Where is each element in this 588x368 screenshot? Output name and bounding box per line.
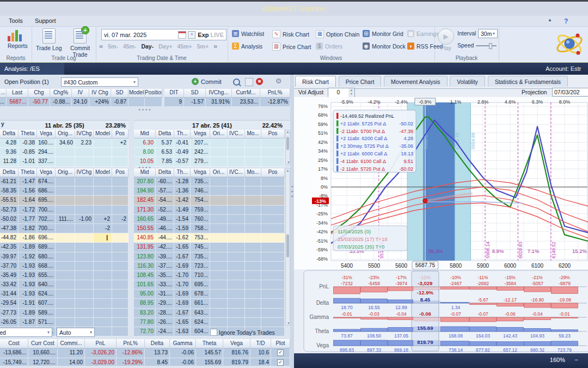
col-header[interactable]: Mid — [134, 168, 156, 177]
projection-input[interactable]: 07/03/202 — [552, 88, 588, 96]
gear-icon[interactable]: ⚙ — [275, 77, 282, 85]
col-header[interactable]: DIT — [164, 89, 184, 97]
ignore-trades-checkbox[interactable] — [210, 329, 217, 336]
col-header[interactable]: PnL% — [260, 89, 290, 97]
tab-movement-analysis[interactable]: Movement Analysis — [384, 76, 447, 87]
col-header[interactable]: ... — [0, 89, 7, 97]
watchlist-button[interactable]: ≣Watchlist — [232, 30, 264, 37]
trading-date-input[interactable]: vi. 07 mar. 2025 + Exp LIVE — [101, 29, 226, 40]
col-header[interactable]: CurrM... — [232, 89, 260, 97]
col-header[interactable]: Pos — [112, 130, 128, 138]
table-row[interactable]: 123.80-39....-1.67735... — [134, 252, 285, 262]
col-header[interactable]: Delta — [145, 339, 170, 348]
ribbon-collapse-icon[interactable]: ▲ — [544, 17, 555, 23]
search-icon[interactable] — [233, 79, 240, 86]
table-row[interactable]: 150.55-46....-1.59758... — [134, 224, 285, 233]
nav-day-minus[interactable]: Day- — [141, 43, 154, 50]
col-header[interactable]: Theta — [19, 130, 37, 138]
panel-splitter[interactable]: ●●● — [290, 75, 294, 368]
col-header[interactable]: Curr Cost — [28, 339, 58, 348]
table-row[interactable]: -13,686...10,660....11.20-3,026.20-12.86… — [0, 348, 290, 358]
table-row[interactable]: -29.54-1.91607.... — [0, 299, 128, 308]
table-row[interactable]: 131.95-42....-1.65745... — [134, 243, 285, 252]
calendar-icon[interactable] — [178, 31, 186, 39]
expiry-header-1[interactable]: 11 abr. 25 (35) 23.28% — [0, 120, 129, 131]
col-header[interactable]: PnL% — [117, 339, 145, 348]
step-fwd-icon[interactable]: » — [213, 42, 217, 50]
col-header[interactable]: Vega — [191, 168, 210, 177]
col-header[interactable]: Theta — [196, 339, 223, 348]
table-row[interactable]: -58.35-1.56686.... — [0, 186, 128, 196]
commit-trade-button[interactable]: + Commit Trade — [64, 28, 96, 58]
table-row[interactable]: -26.05-1.87571.... — [0, 318, 128, 327]
col-header[interactable]: Gamma — [170, 339, 196, 348]
exp-toggle[interactable]: Exp — [198, 32, 209, 38]
col-header[interactable]: Plot — [271, 339, 290, 348]
col-header[interactable]: Orig... — [56, 130, 75, 138]
export-grid-icon[interactable] — [245, 78, 253, 86]
col-header[interactable]: Theta — [19, 168, 37, 177]
col-header[interactable]: Th... — [174, 130, 191, 138]
nav-45m-minus[interactable]: 45m- — [123, 43, 137, 50]
col-header[interactable]: Delta — [156, 168, 174, 177]
table-row[interactable]: 77.80-26....-1.65624... — [134, 318, 285, 327]
menu-tools[interactable]: Tools — [5, 17, 26, 25]
col-header[interactable]: Vega — [37, 130, 56, 138]
col-header[interactable]: IVC... — [228, 130, 245, 138]
col-header[interactable]: Ori... — [210, 130, 228, 138]
col-header[interactable]: Model — [94, 168, 112, 177]
table-row[interactable]: 207.80-60....-1.28735... — [134, 177, 285, 186]
time-step-icon[interactable]: + — [188, 31, 195, 39]
expiry-header-2[interactable]: 17 abr. 25 (41) 22.42% — [134, 120, 290, 131]
table-row[interactable]: -33.42-1.93640.... — [0, 280, 128, 289]
table-row[interactable]: -52.73-1.72700.... — [0, 206, 128, 215]
col-header[interactable]: Th... — [174, 168, 191, 177]
table-row[interactable]: -37.70-1.93668.... — [0, 262, 128, 271]
table-row[interactable]: 83.20-28....-1.67643... — [134, 309, 285, 318]
col-header[interactable]: Commi... — [58, 339, 85, 348]
col-header[interactable]: Pos — [261, 130, 285, 138]
splitter-handle[interactable]: ●●●● — [0, 107, 290, 111]
table-row[interactable]: 8.006.53-0.49242... — [134, 148, 285, 157]
col-header[interactable]: Last — [7, 89, 28, 97]
table-row[interactable]: 182.45-54....-1.42754... — [134, 196, 285, 205]
option-chain-button[interactable]: ▦Option Chain — [316, 30, 359, 38]
table-row[interactable]: 160.65-49....-1.54760... — [134, 215, 285, 224]
col-header[interactable]: Vega — [37, 168, 56, 177]
col-header[interactable]: Vega — [223, 339, 250, 348]
auto-select[interactable]: Auto▾ — [57, 328, 95, 337]
table-row[interactable]: 6.305.37-0.41207... — [134, 138, 285, 148]
tab-risk-chart[interactable]: Risk Chart — [295, 76, 336, 87]
close-icon[interactable]: ✖ — [256, 78, 263, 85]
menu-support[interactable]: Support — [32, 17, 59, 25]
table-row[interactable]: 140.85-44....-1.62753... — [134, 233, 285, 243]
table-row[interactable]: 116.30-37....-1.69723... — [134, 262, 285, 271]
commit-button[interactable]: + Commit — [192, 78, 222, 85]
table-row[interactable]: -44.82-1.86696....| — [0, 233, 128, 243]
table-row[interactable]: 194.90-57....-1.36746... — [134, 186, 285, 196]
plot-checkbox[interactable]: ✓ — [277, 349, 284, 356]
analysis-button[interactable]: ΣAnalysis — [232, 43, 262, 50]
table-row[interactable]: -27.73-1.89589.... — [0, 309, 128, 318]
speed-slider[interactable] — [476, 45, 497, 46]
table-row[interactable]: ...5687...-50.77-0.88...24.10+24%-0.87 — [0, 98, 162, 107]
col-header[interactable]: Position — [145, 89, 162, 97]
table-row[interactable]: 171.30-52....-1.49759... — [134, 206, 285, 215]
col-header[interactable]: SD — [184, 89, 206, 97]
monitor-dock-button[interactable]: ◉Monitor Dock — [363, 43, 406, 50]
speed-slider-handle[interactable] — [489, 43, 492, 49]
reports-button[interactable]: Reports — [8, 28, 28, 49]
help-icon[interactable]: ? — [561, 17, 571, 26]
col-header[interactable]: IVChg — [75, 130, 94, 138]
col-header[interactable]: Pos — [112, 168, 128, 177]
table-row[interactable]: 9-1.5731.91%23,53...-12.87% — [164, 98, 290, 107]
nav-5m-minus[interactable]: 5m- — [108, 43, 118, 50]
table-row[interactable]: 108.45-35....-1.70710... — [134, 271, 285, 280]
col-header[interactable]: IV — [72, 89, 89, 97]
nav-5m-plus[interactable]: 5m+ — [197, 43, 209, 50]
calls-scrollbar[interactable]: ▲▼ — [285, 130, 290, 165]
col-header[interactable]: Delta — [156, 130, 174, 138]
price-chart-button[interactable]: ▥Price Chart — [272, 43, 311, 51]
table-row[interactable]: -31.44-1.93624.... — [0, 289, 128, 299]
col-header[interactable]: Orig... — [56, 168, 75, 177]
